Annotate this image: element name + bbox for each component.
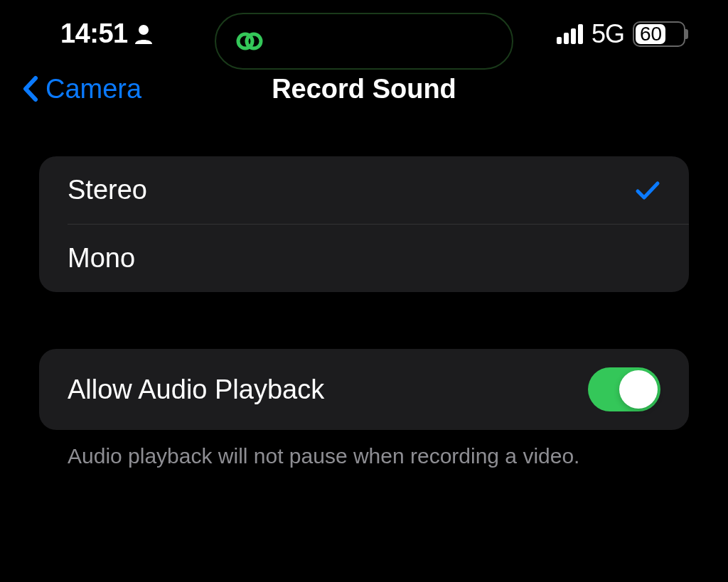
- group-footer: Audio playback will not pause when recor…: [39, 430, 689, 483]
- allow-audio-playback-toggle[interactable]: [588, 367, 660, 411]
- option-stereo[interactable]: Stereo: [39, 156, 689, 224]
- toggle-label: Allow Audio Playback: [68, 374, 324, 405]
- back-button[interactable]: Camera: [21, 74, 141, 104]
- option-label: Stereo: [68, 175, 147, 205]
- sound-mode-group: Stereo Mono: [39, 156, 689, 292]
- signal-icon: [557, 24, 583, 44]
- status-left: 14:51: [60, 18, 152, 49]
- back-label: Camera: [46, 74, 141, 104]
- network-label: 5G: [592, 19, 624, 49]
- dynamic-island[interactable]: [215, 13, 513, 70]
- link-icon: [234, 26, 265, 57]
- status-time: 14:51: [60, 18, 128, 49]
- status-bar: 14:51 5G 60: [0, 0, 728, 68]
- toggle-knob: [619, 370, 658, 409]
- checkmark-icon: [635, 178, 660, 203]
- battery-level: 60: [634, 23, 662, 45]
- chevron-left-icon: [21, 75, 41, 102]
- person-icon: [135, 24, 152, 44]
- playback-group: Allow Audio Playback: [39, 349, 689, 430]
- allow-audio-playback-row[interactable]: Allow Audio Playback: [39, 349, 689, 430]
- status-right: 5G 60: [557, 19, 685, 49]
- battery-icon: 60: [633, 21, 685, 47]
- option-label: Mono: [68, 243, 135, 274]
- option-mono[interactable]: Mono: [68, 224, 689, 292]
- page-title: Record Sound: [272, 74, 456, 104]
- svg-point-0: [139, 25, 149, 35]
- nav-bar: Camera Record Sound: [0, 68, 728, 131]
- content: Stereo Mono Allow Audio Playback Audio p…: [0, 131, 728, 483]
